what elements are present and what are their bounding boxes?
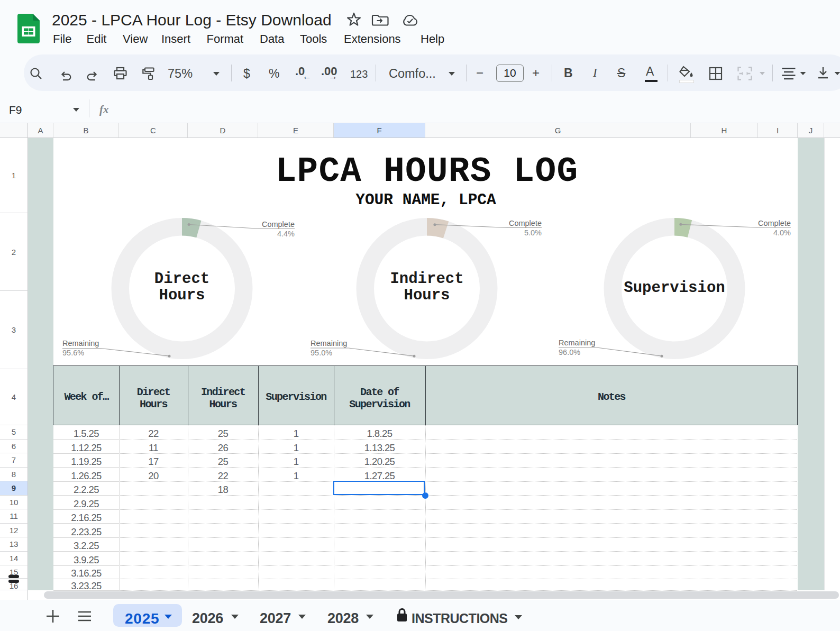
- svg-text:Remaining: Remaining: [62, 339, 99, 347]
- svg-text:5.0%: 5.0%: [524, 228, 542, 237]
- svg-text:Indirect: Indirect: [390, 270, 463, 288]
- svg-text:Remaining: Remaining: [559, 339, 595, 347]
- svg-text:Complete: Complete: [262, 220, 295, 228]
- svg-text:Supervision: Supervision: [624, 279, 725, 297]
- svg-text:4.0%: 4.0%: [773, 228, 791, 237]
- svg-text:Hours: Hours: [159, 287, 205, 304]
- svg-text:Hours: Hours: [404, 287, 450, 304]
- svg-text:Complete: Complete: [509, 219, 542, 227]
- svg-text:96.0%: 96.0%: [559, 348, 580, 356]
- svg-text:Complete: Complete: [758, 219, 791, 227]
- svg-text:Remaining: Remaining: [311, 339, 347, 347]
- svg-text:4.4%: 4.4%: [277, 230, 295, 238]
- svg-text:95.6%: 95.6%: [62, 349, 84, 357]
- svg-text:Direct: Direct: [154, 270, 209, 288]
- svg-text:95.0%: 95.0%: [311, 349, 332, 357]
